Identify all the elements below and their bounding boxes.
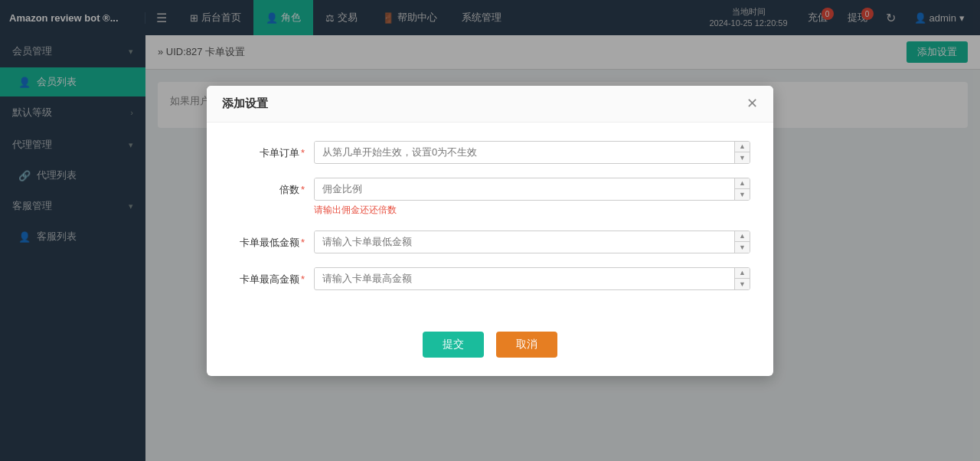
field-order: ▲ ▼ <box>314 141 750 164</box>
multiplier-hint: 请输出佣金还还倍数 <box>314 204 750 217</box>
form-row-min-amount: 卡单最低金额* ▲ ▼ <box>230 230 750 253</box>
form-row-max-amount: 卡单最高金额* ▲ ▼ <box>230 267 750 290</box>
field-multiplier: ▲ ▼ 请输出佣金还还倍数 <box>314 178 750 217</box>
modal-overlay[interactable]: 添加设置 ✕ 卡单订单* ▲ ▼ <box>0 0 980 461</box>
spinner-down-max[interactable]: ▼ <box>735 279 750 289</box>
order-input[interactable] <box>315 142 734 162</box>
spinners-order: ▲ ▼ <box>734 142 750 163</box>
field-min-amount: ▲ ▼ <box>314 230 750 253</box>
multiplier-input[interactable] <box>315 178 734 199</box>
spinner-up-min[interactable]: ▲ <box>735 231 750 242</box>
label-multiplier: 倍数* <box>230 178 314 197</box>
spinner-up-max[interactable]: ▲ <box>735 268 750 279</box>
input-wrapper-min: ▲ ▼ <box>314 230 750 253</box>
field-max-amount: ▲ ▼ <box>314 267 750 290</box>
label-max-amount: 卡单最高金额* <box>230 267 314 286</box>
spinner-down-min[interactable]: ▼ <box>735 242 750 253</box>
input-wrapper-order: ▲ ▼ <box>314 141 750 164</box>
modal-header: 添加设置 ✕ <box>207 86 773 123</box>
min-amount-input[interactable] <box>315 231 734 252</box>
spinners-min: ▲ ▼ <box>734 231 750 253</box>
modal-close-button[interactable]: ✕ <box>746 96 758 110</box>
spinner-down-multiplier[interactable]: ▼ <box>735 189 750 200</box>
form-row-order: 卡单订单* ▲ ▼ <box>230 141 750 164</box>
modal-title: 添加设置 <box>222 96 268 111</box>
spinners-max: ▲ ▼ <box>734 268 750 289</box>
spinner-up-order[interactable]: ▲ <box>735 142 750 152</box>
spinner-down-order[interactable]: ▼ <box>735 152 750 163</box>
label-min-amount: 卡单最低金额* <box>230 230 314 250</box>
input-wrapper-max: ▲ ▼ <box>314 267 750 290</box>
spinner-up-multiplier[interactable]: ▲ <box>735 178 750 189</box>
modal-body: 卡单订单* ▲ ▼ 倍数* <box>207 123 773 319</box>
submit-button[interactable]: 提交 <box>423 332 484 358</box>
label-order: 卡单订单* <box>230 141 314 160</box>
cancel-button[interactable]: 取消 <box>496 332 557 358</box>
max-amount-input[interactable] <box>315 268 734 289</box>
modal-footer: 提交 取消 <box>207 319 773 376</box>
input-wrapper-multiplier: ▲ ▼ <box>314 178 750 201</box>
form-row-multiplier: 倍数* ▲ ▼ 请输出佣金还还倍数 <box>230 178 750 217</box>
spinners-multiplier: ▲ ▼ <box>734 178 750 200</box>
modal-dialog: 添加设置 ✕ 卡单订单* ▲ ▼ <box>207 86 773 376</box>
